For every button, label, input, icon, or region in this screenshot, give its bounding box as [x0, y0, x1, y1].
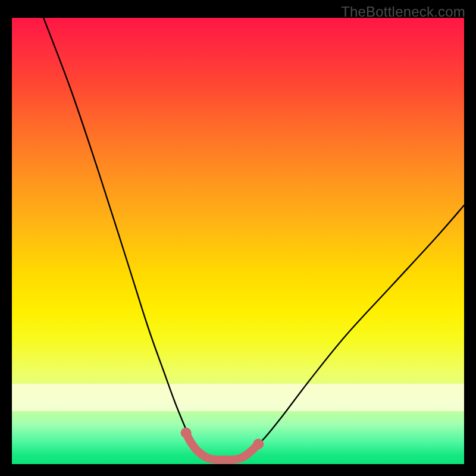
- chart-frame: TheBottleneck.com: [0, 0, 476, 476]
- watermark-text: TheBottleneck.com: [341, 4, 465, 20]
- trough-highlight-path: [186, 433, 259, 460]
- chart-svg: [12, 18, 464, 464]
- bottleneck-curve-path: [43, 18, 464, 460]
- trough-dot-left: [181, 428, 192, 439]
- trough-dot-right: [253, 439, 264, 449]
